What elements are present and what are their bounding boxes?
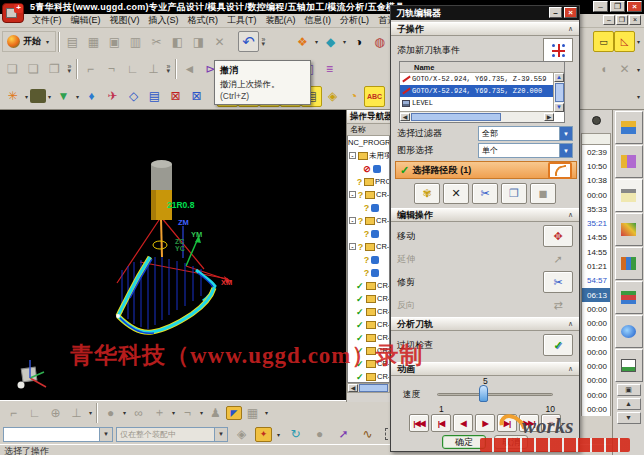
dialog-minimize-button[interactable]: – (549, 7, 562, 18)
palette-icon[interactable]: ▼ (53, 86, 74, 107)
snap-star-icon[interactable]: ✦ (255, 427, 272, 442)
layer-icon[interactable]: ≡ (319, 59, 340, 80)
diamond-icon[interactable]: ◈ (322, 86, 343, 107)
tree-row[interactable]: ? (348, 266, 389, 279)
step-forward-button[interactable]: ▶| (497, 414, 517, 432)
tree-row[interactable]: ? (348, 201, 389, 214)
render-style-icon[interactable]: ◑ (348, 31, 369, 52)
graphic-selection-combo[interactable]: 单个 ▼ (478, 143, 573, 158)
snap-handle-icon-3[interactable]: ∟ (122, 59, 143, 80)
tree-row[interactable]: -未用项 (348, 149, 389, 162)
selection-filter-combo[interactable]: 全部 ▼ (478, 126, 573, 141)
snap-overflow-icon[interactable]: »▾ (164, 65, 173, 73)
tree-row[interactable]: -?CR-C (348, 188, 389, 201)
hd3d-tools-tab[interactable] (615, 247, 643, 280)
sphere-select-icon[interactable]: ● (309, 424, 330, 445)
list-name-header[interactable]: Name (400, 62, 564, 73)
tree-row[interactable]: ? (348, 253, 389, 266)
tree-row[interactable]: ✓CR-C (348, 292, 389, 305)
delete-icon[interactable]: ✕ (209, 31, 230, 52)
highlight-icon[interactable]: ◈ (231, 424, 252, 445)
snap-handle-icon-4[interactable]: ⊥ (143, 59, 164, 80)
restore-button[interactable]: ❐ (610, 1, 625, 12)
goto-row-selected[interactable]: GOTO/X-52.924, Y69.735, Z20.000 (400, 85, 564, 97)
constraint-navigator-tab[interactable] (615, 145, 643, 178)
time-column-header[interactable] (581, 133, 611, 145)
dropdown-arrow-icon[interactable]: ▼ (99, 428, 112, 441)
mdi-close-button[interactable]: × (629, 15, 641, 25)
play-backward-button[interactable]: ◀ (453, 414, 473, 432)
time-cell[interactable]: 14:55 (582, 231, 610, 245)
compass-icon[interactable]: ✈ (102, 86, 123, 107)
part-navigator-tab[interactable] (615, 179, 643, 212)
history-palette-tab[interactable] (615, 281, 643, 314)
time-cell[interactable]: 54:57 (582, 274, 610, 288)
gouge-check-button[interactable]: ✓ (543, 334, 573, 356)
tree-row[interactable]: -?CR-C (348, 214, 389, 227)
snap-center-icon[interactable]: ⊕ (45, 402, 66, 423)
menu-format[interactable]: 格式(R) (188, 14, 219, 27)
tree-row[interactable]: ✓CR-C (348, 344, 389, 357)
start-button[interactable]: 开始 ▾ (2, 31, 56, 52)
view-overflow-icon[interactable]: »▾ (65, 65, 74, 73)
scroll-up-icon[interactable]: ▲ (554, 73, 564, 82)
time-cell[interactable]: 14:55 (582, 245, 610, 259)
spiral-tool-button[interactable]: ✾ (414, 183, 440, 204)
shaded-display-icon[interactable]: ◆ (320, 31, 341, 52)
material-swatch-icon[interactable] (30, 89, 46, 103)
close-view-icon[interactable]: ⊠ (165, 86, 186, 107)
goto-row[interactable]: GOTO/X-52.924, Y69.735, Z-39.559 (400, 73, 564, 85)
speed-slider-thumb[interactable] (479, 385, 488, 402)
cancel-button[interactable]: 取消 (494, 435, 528, 449)
resource-bar-down-button[interactable]: ▼ (617, 412, 641, 424)
dropdown-arrow-icon[interactable]: ▼ (559, 144, 572, 157)
go-to-end-button[interactable]: ▶▶| (519, 414, 539, 432)
collapse-toggle-icon[interactable]: - (349, 243, 356, 250)
cancel-tool-icon[interactable]: ✕ (614, 59, 635, 80)
point-constructor-icon[interactable]: ＋ (149, 402, 170, 423)
figure-snap-icon[interactable]: ♟ (205, 402, 226, 423)
tree-row[interactable]: ✓CR-C (348, 357, 389, 370)
analyze-toolpath-section-header[interactable]: 分析刀轨∧ (391, 317, 579, 331)
curve-rule-icon[interactable]: ∿ (357, 424, 378, 445)
step-back-button[interactable]: |◀ (431, 414, 451, 432)
merge-segment-button[interactable]: ◼ (530, 183, 556, 204)
collapse-icon[interactable]: ∧ (568, 25, 573, 33)
view-window-icon[interactable]: ▤ (144, 86, 165, 107)
edit-operation-section-header[interactable]: 编辑操作∧ (391, 208, 579, 222)
pan-view-icon[interactable]: ❐ (44, 59, 65, 80)
show-hide-icon[interactable]: ◍ (369, 31, 390, 52)
dropdown-arrow-icon[interactable]: ▼ (214, 428, 227, 441)
time-cell[interactable]: 00:00 (582, 388, 610, 402)
menu-information[interactable]: 信息(I) (305, 14, 332, 27)
tree-row[interactable]: NC_PROGRAM (348, 136, 389, 149)
internet-explorer-tab[interactable] (615, 315, 643, 348)
time-cell[interactable]: 10:38 (582, 174, 610, 188)
tree-row[interactable]: ? (348, 227, 389, 240)
go-to-start-button[interactable]: |◀◀ (409, 414, 429, 432)
tree-row[interactable]: ⊘ (348, 162, 389, 175)
power-icon[interactable]: ◔ (343, 86, 364, 107)
documentation-tab[interactable] (615, 349, 643, 382)
snap-endpoint-icon[interactable]: ⌐ (3, 402, 24, 423)
spark-icon[interactable]: ✳ (2, 86, 23, 107)
stop-button[interactable]: ■ (541, 414, 561, 432)
dialog-title-bar[interactable]: 刀轨编辑器 – × (391, 6, 579, 20)
scroll-right-icon[interactable]: ▶ (544, 113, 554, 121)
select-path-segment-row[interactable]: ✓ 选择路径段 (1) (395, 161, 577, 179)
scroll-thumb[interactable] (555, 83, 564, 102)
collapse-toggle-icon[interactable]: - (349, 217, 356, 224)
move-button[interactable]: ✥ (543, 225, 573, 247)
time-cell[interactable]: 00:00 (582, 302, 610, 316)
menu-file[interactable]: 文件(F) (32, 14, 62, 27)
menu-analysis[interactable]: 分析(L) (340, 14, 369, 27)
time-cell[interactable]: 00:00 (582, 331, 610, 345)
orbit-icon[interactable]: ↻ (285, 424, 306, 445)
snap-handle-icon-1[interactable]: ⌐ (80, 59, 101, 80)
pan-hand-icon[interactable]: ◖ (593, 59, 614, 80)
tree-row[interactable]: ✓CR-C (348, 318, 389, 331)
new-file-icon[interactable]: ▤ (62, 31, 83, 52)
tree-row[interactable]: ✓CR-C (348, 331, 389, 344)
select-arrow-icon[interactable]: ◄ (179, 59, 200, 80)
scroll-down-icon[interactable]: ▼ (554, 103, 564, 112)
